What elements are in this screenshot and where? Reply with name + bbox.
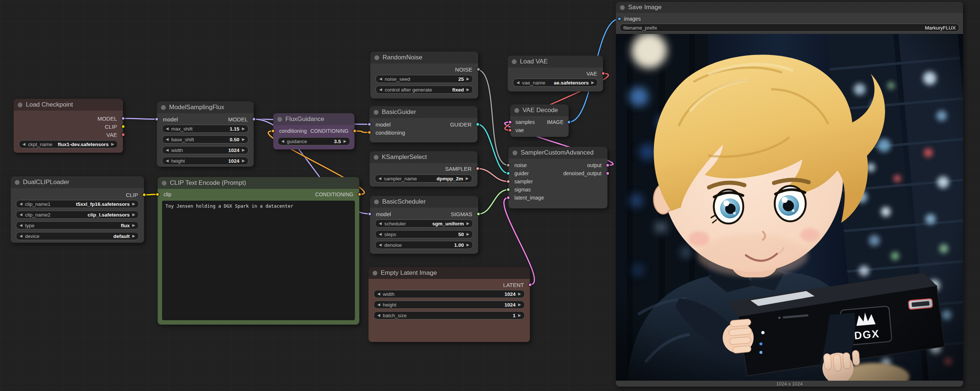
widget-next-icon[interactable]: ▶ [132, 202, 135, 206]
widget-vae-name[interactable]: ◀vae_nameae.safetensors▶ [513, 79, 598, 87]
port-conditioning-in[interactable] [271, 129, 275, 133]
collapse-dot-icon[interactable] [374, 55, 379, 60]
widget-prev-icon[interactable]: ◀ [19, 223, 22, 227]
widget-max-shift[interactable]: ◀max_shift1.15▶ [162, 125, 248, 133]
port-model-out[interactable] [121, 117, 125, 120]
node-save-image[interactable]: Save Image images filename_prefixMarkury… [616, 2, 963, 386]
port-conditioning-in[interactable] [368, 131, 371, 135]
port-samples-in[interactable] [508, 120, 512, 124]
port-images-in[interactable] [617, 17, 622, 21]
widget-scheduler[interactable]: ◀schedulersgm_uniform▶ [375, 220, 473, 228]
node-basic-scheduler[interactable]: BasicScheduler modelSIGMAS ◀schedulersgm… [370, 196, 478, 254]
node-title-bar[interactable]: Load Checkpoint [14, 99, 123, 111]
port-noise-out[interactable] [476, 68, 480, 71]
port-clip-in[interactable] [156, 193, 159, 196]
widget-prev-icon[interactable]: ◀ [377, 303, 380, 307]
widget-denoise[interactable]: ◀denoise1.00▶ [375, 241, 473, 249]
node-title-bar[interactable]: DualCLIPLoader [11, 176, 144, 188]
widget-next-icon[interactable]: ▶ [111, 142, 114, 146]
collapse-dot-icon[interactable] [620, 5, 625, 10]
widget-prev-icon[interactable]: ◀ [377, 313, 380, 317]
widget-prev-icon[interactable]: ◀ [166, 148, 169, 152]
port-model-in[interactable] [155, 117, 159, 121]
node-ksampler-select[interactable]: KSamplerSelect SAMPLER ◀sampler_namedpmp… [370, 151, 477, 187]
widget-sampler-name[interactable]: ◀sampler_namedpmpp_2m▶ [375, 174, 472, 183]
widget-next-icon[interactable]: ▶ [242, 148, 245, 152]
collapse-dot-icon[interactable] [374, 155, 379, 160]
widget-prev-icon[interactable]: ◀ [166, 127, 169, 131]
port-model-out[interactable] [252, 117, 256, 121]
widget-prev-icon[interactable]: ◀ [22, 142, 25, 146]
node-sampler-custom-advanced[interactable]: SamplerCustomAdvanced noiseoutput guider… [509, 147, 608, 208]
widget-batch-size[interactable]: ◀batch_size1▶ [374, 311, 525, 320]
node-vae-decode[interactable]: VAE Decode samplesIMAGE vae [510, 104, 569, 137]
port-latent-image-in[interactable] [506, 196, 510, 200]
widget-width[interactable]: ◀width1024▶ [374, 290, 525, 298]
widget-prev-icon[interactable]: ◀ [517, 81, 520, 84]
port-vae-in[interactable] [508, 128, 512, 133]
collapse-dot-icon[interactable] [372, 271, 377, 275]
port-guider-in[interactable] [506, 171, 510, 176]
widget-prev-icon[interactable]: ◀ [19, 234, 22, 238]
collapse-dot-icon[interactable] [512, 59, 517, 64]
port-model-in[interactable] [368, 122, 371, 127]
widget-prev-icon[interactable]: ◀ [377, 292, 380, 296]
node-random-noise[interactable]: RandomNoise NOISE ◀noise_seed25▶ ◀contro… [371, 52, 478, 98]
widget-prev-icon[interactable]: ◀ [19, 202, 22, 206]
graph-canvas[interactable]: Load Checkpoint MODEL CLIP VAE ◀ckpt_nam… [0, 0, 980, 391]
widget-prev-icon[interactable]: ◀ [379, 233, 382, 236]
widget-clip-name1[interactable]: ◀clip_name1t5xxl_fp16.safetensors▶ [16, 200, 139, 208]
widget-base-shift[interactable]: ◀base_shift0.50▶ [162, 135, 248, 144]
node-title-bar[interactable]: Load VAE [508, 56, 603, 68]
widget-next-icon[interactable]: ▶ [518, 292, 521, 296]
node-flux-guidance[interactable]: FluxGuidance conditioningCONDITIONING ◀g… [273, 113, 355, 149]
collapse-dot-icon[interactable] [15, 180, 19, 185]
widget-next-icon[interactable]: ▶ [591, 81, 594, 84]
widget-type[interactable]: ◀typeflux▶ [16, 221, 139, 230]
widget-height[interactable]: ◀height1024▶ [162, 157, 248, 165]
widget-next-icon[interactable]: ▶ [518, 313, 521, 317]
prompt-textarea[interactable]: Toy Jensen holding a DGX Spark in a data… [162, 201, 355, 320]
port-vae-out[interactable] [121, 133, 125, 137]
widget-next-icon[interactable]: ▶ [132, 213, 135, 217]
widget-next-icon[interactable]: ▶ [242, 138, 245, 141]
collapse-dot-icon[interactable] [374, 199, 379, 204]
widget-next-icon[interactable]: ▶ [242, 159, 245, 163]
node-dual-clip-loader[interactable]: DualCLIPLoader CLIP ◀clip_name1t5xxl_fp1… [11, 176, 144, 243]
widget-next-icon[interactable]: ▶ [466, 77, 469, 81]
widget-next-icon[interactable]: ▶ [466, 222, 469, 225]
port-sampler-in[interactable] [506, 180, 510, 184]
widget-width[interactable]: ◀width1024▶ [162, 146, 248, 154]
widget-prev-icon[interactable]: ◀ [379, 222, 382, 225]
port-model-in[interactable] [368, 212, 372, 216]
widget-device[interactable]: ◀devicedefault▶ [16, 232, 139, 240]
node-title-bar[interactable]: Empty Latent Image [369, 267, 530, 279]
port-conditioning-out[interactable] [358, 193, 361, 196]
widget-prev-icon[interactable]: ◀ [166, 159, 169, 163]
node-title-bar[interactable]: Save Image [616, 2, 963, 13]
widget-height[interactable]: ◀height1024▶ [374, 301, 525, 309]
widget-prev-icon[interactable]: ◀ [379, 88, 382, 92]
node-title-bar[interactable]: CLIP Text Encode (Prompt) [158, 177, 359, 189]
node-title-bar[interactable]: SamplerCustomAdvanced [509, 147, 608, 158]
widget-next-icon[interactable]: ▶ [132, 234, 135, 238]
collapse-dot-icon[interactable] [161, 105, 166, 110]
node-load-vae[interactable]: Load VAE VAE ◀vae_nameae.safetensors▶ [508, 56, 603, 92]
port-sampler-out[interactable] [476, 167, 480, 171]
widget-next-icon[interactable]: ▶ [518, 303, 521, 307]
collapse-dot-icon[interactable] [162, 181, 167, 185]
node-empty-latent-image[interactable]: Empty Latent Image LATENT ◀width1024▶ ◀h… [369, 267, 530, 342]
widget-next-icon[interactable]: ▶ [466, 233, 469, 236]
widget-prev-icon[interactable]: ◀ [166, 138, 169, 141]
widget-next-icon[interactable]: ▶ [344, 139, 346, 143]
widget-noise-seed[interactable]: ◀noise_seed25▶ [375, 75, 473, 83]
collapse-dot-icon[interactable] [277, 117, 282, 122]
node-basic-guider[interactable]: BasicGuider modelGUIDER conditioning [370, 106, 477, 142]
port-noise-in[interactable] [506, 163, 510, 168]
widget-next-icon[interactable]: ▶ [242, 127, 245, 131]
widget-prev-icon[interactable]: ◀ [282, 139, 284, 143]
widget-guidance[interactable]: ◀guidance3.5▶ [278, 137, 350, 145]
widget-next-icon[interactable]: ▶ [132, 223, 135, 227]
widget-prev-icon[interactable]: ◀ [379, 77, 382, 81]
node-load-checkpoint[interactable]: Load Checkpoint MODEL CLIP VAE ◀ckpt_nam… [14, 99, 123, 153]
